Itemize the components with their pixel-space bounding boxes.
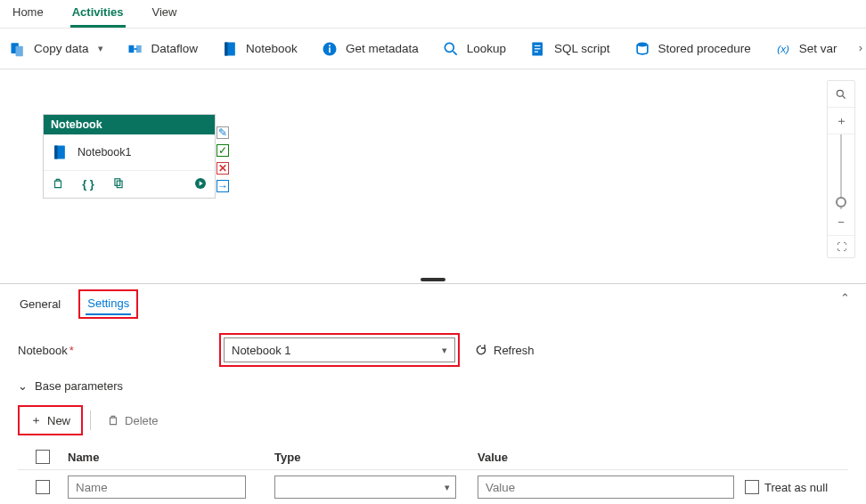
- ribbon-copy-data[interactable]: Copy data ▾: [9, 40, 103, 58]
- stored-procedure-icon: [633, 40, 651, 58]
- param-name-input[interactable]: [68, 476, 246, 499]
- ribbon-stored-procedure[interactable]: Stored procedure: [633, 40, 751, 58]
- svg-rect-14: [535, 48, 541, 49]
- activity-notebook-node[interactable]: Notebook Notebook1 { }: [43, 114, 216, 199]
- parameters-table: Name Type Value ▾ Treat as null: [18, 444, 848, 504]
- highlight-new-button: ＋ New: [18, 405, 83, 435]
- row-checkbox[interactable]: [36, 480, 50, 494]
- panel-resize-handle[interactable]: [421, 278, 445, 281]
- ribbon-label: Notebook: [246, 42, 298, 55]
- notebook-icon: [221, 40, 239, 58]
- dataflow-icon: [127, 40, 144, 58]
- new-parameter-button[interactable]: ＋ New: [21, 409, 79, 432]
- copy-icon[interactable]: [111, 176, 126, 191]
- table-row: ▾ Treat as null: [18, 470, 848, 504]
- tab-activities[interactable]: Activities: [70, 5, 126, 28]
- port-success-icon[interactable]: ✓: [216, 144, 229, 157]
- zoom-out-icon[interactable]: −: [828, 209, 854, 236]
- collapse-panel-icon[interactable]: ⌃: [840, 291, 850, 305]
- highlight-notebook-dropdown: Notebook 1 ▾: [219, 333, 460, 367]
- param-type-select[interactable]: ▾: [274, 476, 456, 499]
- svg-rect-21: [117, 181, 122, 188]
- port-failure-icon[interactable]: ✕: [216, 162, 229, 175]
- refresh-button[interactable]: Refresh: [474, 343, 535, 357]
- svg-rect-20: [115, 179, 120, 186]
- svg-point-10: [445, 43, 453, 52]
- ribbon-dataflow[interactable]: Dataflow: [127, 40, 199, 58]
- info-icon: [321, 40, 339, 58]
- col-value-header: Value: [478, 451, 745, 464]
- treat-as-null-label: Treat as null: [764, 481, 828, 494]
- base-parameters-label: Base parameters: [35, 379, 123, 393]
- variable-icon: (x): [774, 40, 792, 58]
- base-parameters-toggle[interactable]: ⌄ Base parameters: [18, 379, 848, 393]
- ribbon-overflow-icon[interactable]: ›: [859, 41, 862, 54]
- canvas-search-icon[interactable]: [828, 81, 854, 108]
- notebook-select[interactable]: Notebook 1 ▾: [224, 337, 455, 362]
- ribbon-label: Lookup: [467, 42, 506, 55]
- code-braces-icon[interactable]: { }: [81, 176, 95, 191]
- svg-rect-2: [128, 45, 134, 52]
- svg-line-11: [453, 51, 456, 54]
- activities-ribbon: Copy data ▾ Dataflow Notebook Get metada…: [0, 28, 866, 69]
- zoom-in-icon[interactable]: ＋: [828, 108, 854, 134]
- run-icon[interactable]: [193, 176, 208, 191]
- svg-rect-15: [535, 51, 538, 52]
- panel-tabs: General Settings: [18, 289, 848, 319]
- highlight-settings: Settings: [78, 289, 138, 319]
- chevron-down-icon: ▾: [442, 345, 447, 356]
- properties-panel: ⌃ General Settings Notebook* Notebook 1 …: [0, 283, 866, 504]
- zoom-fit-icon[interactable]: ⛶: [828, 236, 854, 257]
- param-value-input[interactable]: [478, 476, 734, 499]
- delete-icon[interactable]: [51, 176, 65, 191]
- svg-rect-1: [16, 45, 23, 56]
- ribbon-get-metadata[interactable]: Get metadata: [321, 40, 419, 58]
- chevron-down-icon: ⌄: [18, 379, 28, 393]
- delete-label: Delete: [125, 414, 159, 427]
- ribbon-label: Dataflow: [151, 42, 199, 55]
- svg-rect-3: [135, 45, 141, 52]
- ribbon-label: Get metadata: [346, 42, 419, 55]
- search-icon: [442, 40, 460, 58]
- svg-point-23: [837, 90, 843, 96]
- ribbon-notebook[interactable]: Notebook: [221, 40, 298, 58]
- panel-tab-general[interactable]: General: [18, 294, 62, 314]
- port-edit-icon[interactable]: ✎: [216, 126, 229, 139]
- svg-point-16: [637, 42, 648, 46]
- port-completion-icon[interactable]: →: [216, 180, 229, 192]
- table-header: Name Type Value: [18, 444, 848, 470]
- ribbon-set-variable[interactable]: (x) Set var: [774, 40, 837, 58]
- col-name-header: Name: [68, 451, 274, 464]
- trash-icon: [107, 414, 119, 427]
- tab-view[interactable]: View: [151, 5, 179, 28]
- new-label: New: [47, 414, 70, 427]
- ribbon-label: SQL script: [554, 42, 610, 55]
- ribbon-lookup[interactable]: Lookup: [442, 40, 506, 58]
- delete-parameter-button[interactable]: Delete: [98, 411, 167, 431]
- svg-line-24: [843, 95, 846, 98]
- activity-type-label: Notebook: [44, 115, 215, 134]
- activity-name: Notebook1: [78, 146, 131, 159]
- svg-rect-4: [134, 48, 136, 50]
- chevron-down-icon: ▾: [445, 482, 450, 493]
- notebook-icon: [51, 143, 69, 161]
- ribbon-label: Copy data: [34, 42, 89, 55]
- refresh-icon: [474, 343, 488, 357]
- select-all-checkbox[interactable]: [36, 450, 50, 464]
- notebook-selected-value: Notebook 1: [232, 344, 291, 357]
- pipeline-canvas[interactable]: Notebook Notebook1 { } ✎ ✓ ✕ → ＋ − ⛶: [0, 69, 866, 283]
- top-nav: Home Activities View: [0, 0, 866, 28]
- plus-icon: ＋: [30, 412, 42, 428]
- refresh-label: Refresh: [494, 344, 535, 357]
- ribbon-sql-script[interactable]: SQL script: [529, 40, 610, 58]
- chevron-down-icon: ▾: [98, 43, 103, 54]
- copy-data-icon: [9, 40, 27, 58]
- svg-text:(x): (x): [777, 43, 789, 54]
- tab-home[interactable]: Home: [11, 5, 45, 28]
- zoom-slider[interactable]: [828, 134, 854, 209]
- treat-as-null-checkbox[interactable]: [745, 480, 759, 494]
- svg-rect-13: [535, 45, 541, 45]
- notebook-field-label: Notebook*: [18, 344, 205, 357]
- sql-icon: [529, 40, 547, 58]
- panel-tab-settings[interactable]: Settings: [86, 293, 131, 315]
